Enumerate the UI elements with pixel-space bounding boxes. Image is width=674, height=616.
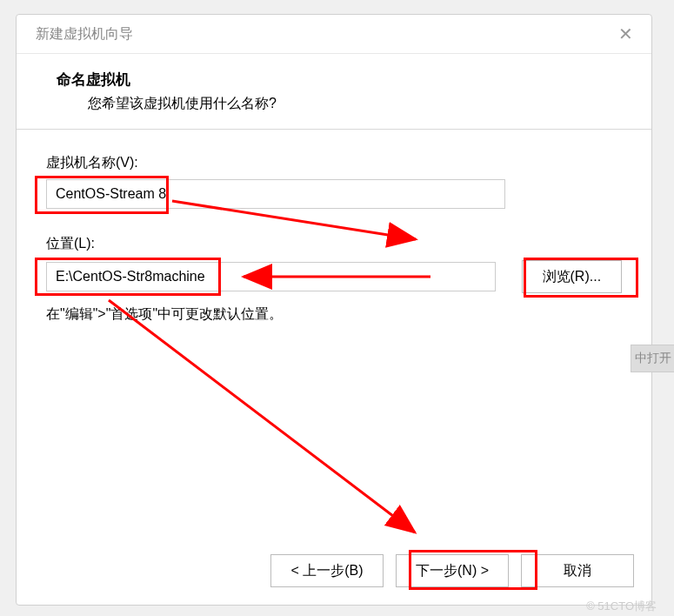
titlebar: 新建虚拟机向导 ✕	[17, 15, 651, 54]
hint-text: 在"编辑">"首选项"中可更改默认位置。	[46, 305, 622, 324]
header-title: 命名虚拟机	[57, 70, 625, 90]
next-button[interactable]: 下一步(N) >	[396, 554, 509, 587]
back-button[interactable]: < 上一步(B)	[270, 554, 384, 587]
wizard-dialog: 新建虚拟机向导 ✕ 命名虚拟机 您希望该虚拟机使用什么名称? 虚拟机名称(V):…	[16, 14, 652, 606]
vm-name-label: 虚拟机名称(V):	[46, 154, 622, 172]
close-icon[interactable]: ✕	[615, 23, 636, 44]
cancel-button[interactable]: 取消	[521, 554, 634, 587]
vm-location-label: 位置(L):	[46, 235, 622, 253]
wizard-content: 虚拟机名称(V): 位置(L): 浏览(R)... 在"编辑">"首选项"中可更…	[17, 130, 651, 542]
header-subtitle: 您希望该虚拟机使用什么名称?	[88, 95, 625, 113]
vm-location-input[interactable]	[46, 262, 496, 291]
side-label: 中打开	[631, 345, 674, 372]
wizard-header: 命名虚拟机 您希望该虚拟机使用什么名称?	[17, 54, 651, 130]
dialog-title: 新建虚拟机向导	[36, 25, 133, 44]
vm-name-input[interactable]	[46, 179, 505, 209]
watermark: © 51CTO博客	[586, 599, 657, 614]
wizard-footer: < 上一步(B) 下一步(N) > 取消	[17, 542, 651, 605]
browse-button[interactable]: 浏览(R)...	[522, 260, 622, 293]
